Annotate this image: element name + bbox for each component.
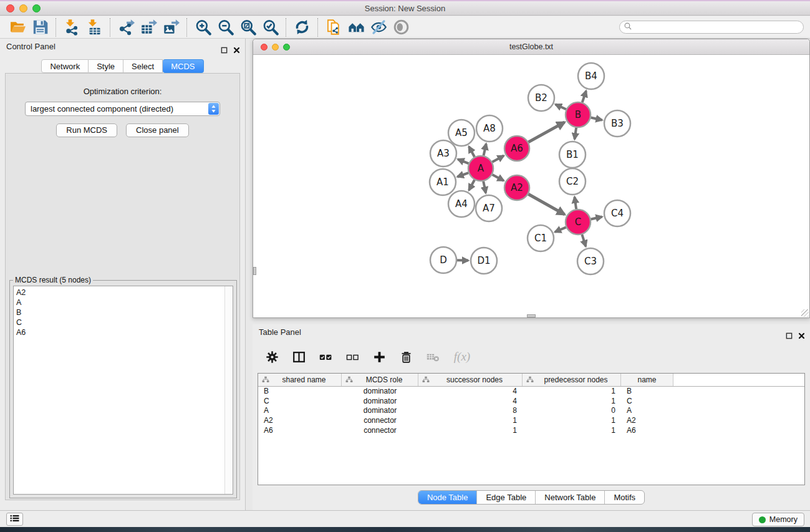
tab-select[interactable]: Select bbox=[123, 59, 163, 73]
graph-edge-B-B1[interactable] bbox=[574, 128, 576, 139]
splitter-grip[interactable] bbox=[527, 314, 536, 317]
mcds-result-item[interactable]: A bbox=[14, 297, 233, 307]
zoom-fit-icon[interactable] bbox=[236, 18, 259, 37]
export-image-icon[interactable] bbox=[160, 18, 182, 37]
zoom-out-icon[interactable] bbox=[214, 18, 236, 37]
search-input[interactable] bbox=[635, 23, 799, 32]
graph-edge-B-B2[interactable] bbox=[556, 104, 566, 109]
graph-node-A1[interactable]: A1 bbox=[430, 169, 456, 195]
network-window-titlebar[interactable]: testGlobe.txt bbox=[253, 39, 809, 55]
search-box[interactable] bbox=[619, 21, 804, 34]
nested-networks-icon[interactable] bbox=[345, 18, 367, 37]
graph-node-B[interactable]: B bbox=[566, 102, 591, 127]
graph-node-B1[interactable]: B1 bbox=[559, 142, 586, 168]
graph-node-C[interactable]: C bbox=[566, 210, 591, 235]
graph-node-C1[interactable]: C1 bbox=[528, 225, 554, 251]
show-details-icon[interactable] bbox=[390, 18, 412, 37]
graph-edge-A2-C[interactable] bbox=[528, 194, 564, 215]
minimize-network-window-button[interactable] bbox=[272, 44, 279, 51]
graph-edge-A-A1[interactable] bbox=[458, 173, 469, 177]
graph-edge-A-A8[interactable] bbox=[483, 143, 486, 155]
network-graph[interactable]: AA1A2A3A4A5A6A7A8BB1B2B3B4CC1C2C3C4DD1 bbox=[253, 56, 809, 317]
graph-edge-A6-B[interactable] bbox=[528, 122, 564, 142]
graph-edge-A-A6[interactable] bbox=[492, 156, 504, 162]
graph-node-B3[interactable]: B3 bbox=[604, 110, 630, 137]
tab-style[interactable]: Style bbox=[89, 59, 123, 73]
tab-network[interactable]: Network bbox=[41, 59, 89, 73]
graph-node-A6[interactable]: A6 bbox=[504, 136, 529, 161]
graph-node-A4[interactable]: A4 bbox=[448, 191, 475, 217]
import-network-icon[interactable] bbox=[60, 18, 83, 37]
table-row[interactable]: Cdominator41C bbox=[258, 397, 804, 407]
table-row[interactable]: Adominator80A bbox=[258, 406, 804, 416]
graph-node-C3[interactable]: C3 bbox=[577, 248, 604, 274]
delete-columns-icon[interactable] bbox=[398, 349, 414, 365]
clone-network-icon[interactable] bbox=[322, 18, 345, 37]
table-row[interactable]: A2connector11A2 bbox=[258, 416, 804, 426]
graph-edge-A-A7[interactable] bbox=[483, 181, 486, 193]
maximize-window-button[interactable] bbox=[32, 4, 41, 12]
graph-node-C2[interactable]: C2 bbox=[559, 168, 586, 195]
export-network-icon[interactable] bbox=[115, 18, 137, 37]
run-mcds-button[interactable]: Run MCDS bbox=[56, 123, 117, 137]
close-panel-button[interactable]: Close panel bbox=[126, 123, 189, 137]
tab-edge-table[interactable]: Edge Table bbox=[476, 491, 535, 504]
graph-node-A8[interactable]: A8 bbox=[476, 115, 503, 142]
column-header-shared-name[interactable]: shared name bbox=[258, 374, 342, 386]
mcds-result-item[interactable]: B bbox=[14, 307, 233, 317]
graph-node-A7[interactable]: A7 bbox=[476, 195, 502, 221]
mcds-result-item[interactable]: C bbox=[14, 317, 233, 327]
graph-node-B4[interactable]: B4 bbox=[578, 63, 604, 89]
column-header-successor-nodes[interactable]: successor nodes bbox=[418, 374, 523, 386]
mcds-result-item[interactable]: A2 bbox=[14, 288, 233, 297]
close-panel-icon[interactable] bbox=[233, 43, 240, 59]
graph-node-C4[interactable]: C4 bbox=[604, 200, 630, 226]
tab-motifs[interactable]: Motifs bbox=[604, 491, 644, 504]
resize-corner[interactable] bbox=[801, 309, 809, 317]
open-session-icon[interactable] bbox=[6, 18, 29, 37]
task-history-button[interactable] bbox=[6, 513, 23, 526]
graph-node-A[interactable]: A bbox=[468, 156, 493, 181]
graph-edge-C-C3[interactable] bbox=[582, 235, 586, 246]
graph-node-B2[interactable]: B2 bbox=[528, 85, 554, 111]
graph-edge-A-A2[interactable] bbox=[493, 175, 504, 181]
unselect-all-columns-icon[interactable] bbox=[344, 349, 360, 365]
minimize-window-button[interactable] bbox=[19, 4, 27, 12]
graph-node-A5[interactable]: A5 bbox=[448, 120, 475, 146]
graph-edge-A-A3[interactable] bbox=[458, 159, 468, 163]
zoom-in-icon[interactable] bbox=[191, 18, 214, 37]
graph-edge-C-C4[interactable] bbox=[591, 216, 602, 219]
close-window-button[interactable] bbox=[6, 4, 14, 12]
graph-node-D[interactable]: D bbox=[430, 247, 456, 273]
float-panel-icon[interactable] bbox=[221, 43, 228, 59]
graph-node-A2[interactable]: A2 bbox=[504, 175, 529, 200]
column-header-MCDS-role[interactable]: MCDS role bbox=[342, 374, 418, 386]
export-table-icon[interactable] bbox=[137, 18, 160, 37]
scrollbar[interactable] bbox=[224, 286, 233, 494]
tab-mcds[interactable]: MCDS bbox=[163, 59, 203, 73]
graph-edge-B-B4[interactable] bbox=[582, 91, 586, 102]
table-row[interactable]: A6connector11A6 bbox=[258, 426, 804, 436]
table-settings-icon[interactable] bbox=[264, 349, 280, 365]
splitter-grip[interactable] bbox=[253, 267, 256, 275]
mcds-result-item[interactable]: A6 bbox=[14, 327, 233, 337]
column-header-predecessor-nodes[interactable]: predecessor nodes bbox=[523, 374, 621, 386]
close-network-window-button[interactable] bbox=[261, 44, 268, 51]
save-session-icon[interactable] bbox=[29, 18, 51, 37]
tab-network-table[interactable]: Network Table bbox=[535, 491, 604, 504]
graph-edge-A-A4[interactable] bbox=[469, 180, 475, 190]
tab-node-table[interactable]: Node Table bbox=[418, 491, 477, 504]
import-table-icon[interactable] bbox=[83, 18, 105, 37]
graph-edge-C-C1[interactable] bbox=[555, 227, 566, 232]
graph-edge-B-B3[interactable] bbox=[591, 118, 602, 120]
zoom-selected-icon[interactable] bbox=[259, 18, 281, 37]
table-row[interactable]: Bdominator41B bbox=[258, 387, 804, 397]
select-all-columns-icon[interactable] bbox=[317, 349, 334, 365]
create-column-icon[interactable] bbox=[371, 349, 387, 365]
memory-button[interactable]: Memory bbox=[752, 513, 804, 526]
graph-node-D1[interactable]: D1 bbox=[471, 248, 497, 274]
show-columns-icon[interactable] bbox=[291, 349, 307, 365]
maximize-network-window-button[interactable] bbox=[283, 44, 290, 51]
apply-layout-icon[interactable] bbox=[291, 18, 313, 37]
graph-edge-A-A5[interactable] bbox=[469, 147, 475, 157]
